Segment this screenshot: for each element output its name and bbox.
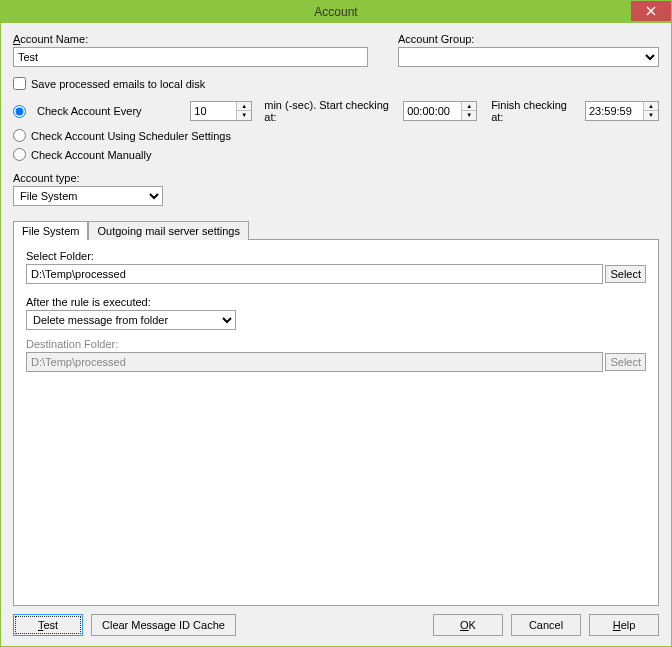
account-group-select[interactable] bbox=[398, 47, 659, 67]
dest-folder-label: Destination Folder: bbox=[26, 338, 646, 350]
save-processed-label: Save processed emails to local disk bbox=[31, 78, 205, 90]
close-icon bbox=[646, 6, 656, 16]
content-area: Account Name: Account Group: Save proces… bbox=[1, 23, 671, 646]
ok-button[interactable]: OK bbox=[433, 614, 503, 636]
check-every-label: Check Account Every bbox=[37, 105, 184, 117]
spin-up-icon[interactable]: ▲ bbox=[644, 102, 658, 111]
tabs: File System Outgoing mail server setting… bbox=[13, 220, 659, 239]
account-name-label: Account Name: bbox=[13, 33, 368, 45]
check-every-value[interactable] bbox=[191, 102, 231, 120]
after-rule-select[interactable]: Delete message from folder bbox=[26, 310, 236, 330]
spin-down-icon[interactable]: ▼ bbox=[462, 111, 476, 120]
select-folder-input[interactable] bbox=[26, 264, 603, 284]
tab-outgoing[interactable]: Outgoing mail server settings bbox=[88, 221, 248, 240]
account-type-label: Account type: bbox=[13, 172, 659, 184]
account-type-select[interactable]: File System bbox=[13, 186, 163, 206]
check-every-radio[interactable] bbox=[13, 105, 26, 118]
start-time-value[interactable] bbox=[404, 102, 456, 120]
finish-label: Finish checking at: bbox=[491, 99, 575, 123]
help-button[interactable]: Help bbox=[589, 614, 659, 636]
tab-panel-file-system: Select Folder: Select After the rule is … bbox=[13, 239, 659, 606]
save-processed-checkbox[interactable] bbox=[13, 77, 26, 90]
footer: Test Clear Message ID Cache OK Cancel He… bbox=[13, 606, 659, 636]
dest-select-button: Select bbox=[605, 353, 646, 371]
tab-file-system[interactable]: File System bbox=[13, 221, 88, 240]
cancel-button[interactable]: Cancel bbox=[511, 614, 581, 636]
spin-up-icon[interactable]: ▲ bbox=[237, 102, 251, 111]
close-button[interactable] bbox=[631, 1, 671, 21]
finish-time-value[interactable] bbox=[586, 102, 638, 120]
spin-down-icon[interactable]: ▼ bbox=[237, 111, 251, 120]
titlebar: Account bbox=[1, 1, 671, 23]
finish-time-spinner[interactable]: ▲▼ bbox=[585, 101, 659, 121]
account-group-label: Account Group: bbox=[398, 33, 659, 45]
after-rule-label: After the rule is executed: bbox=[26, 296, 646, 308]
start-time-spinner[interactable]: ▲▼ bbox=[403, 101, 477, 121]
manual-radio[interactable] bbox=[13, 148, 26, 161]
test-button[interactable]: Test bbox=[13, 614, 83, 636]
dest-folder-input bbox=[26, 352, 603, 372]
check-every-spinner[interactable]: ▲▼ bbox=[190, 101, 252, 121]
spin-up-icon[interactable]: ▲ bbox=[462, 102, 476, 111]
manual-label: Check Account Manually bbox=[31, 149, 151, 161]
window-title: Account bbox=[1, 5, 671, 19]
select-folder-button[interactable]: Select bbox=[605, 265, 646, 283]
select-folder-label: Select Folder: bbox=[26, 250, 646, 262]
scheduler-label: Check Account Using Scheduler Settings bbox=[31, 130, 231, 142]
scheduler-radio[interactable] bbox=[13, 129, 26, 142]
account-window: Account Account Name: Account Group: Sav… bbox=[0, 0, 672, 647]
spin-down-icon[interactable]: ▼ bbox=[644, 111, 658, 120]
clear-cache-button[interactable]: Clear Message ID Cache bbox=[91, 614, 236, 636]
min-sec-label: min (-sec). Start checking at: bbox=[264, 99, 393, 123]
account-name-input[interactable] bbox=[13, 47, 368, 67]
